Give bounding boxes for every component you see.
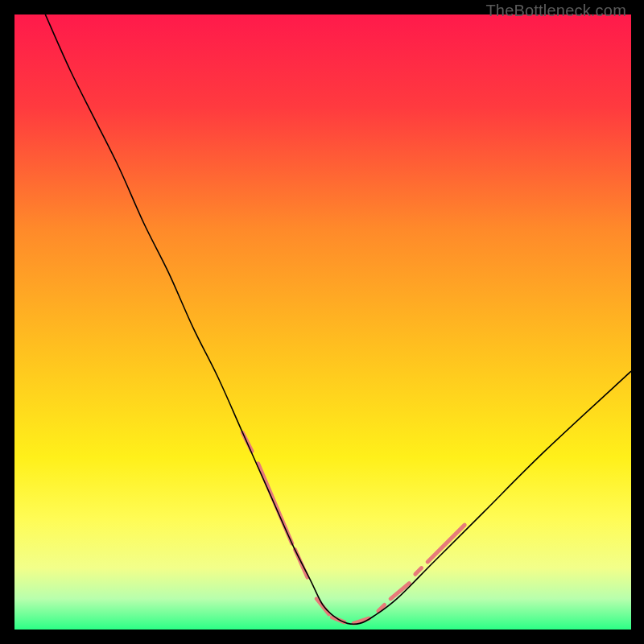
watermark-text: TheBottleneck.com: [485, 2, 626, 20]
bottleneck-chart: [14, 14, 631, 630]
chart-frame: [14, 14, 631, 630]
gradient-background: [14, 14, 631, 630]
